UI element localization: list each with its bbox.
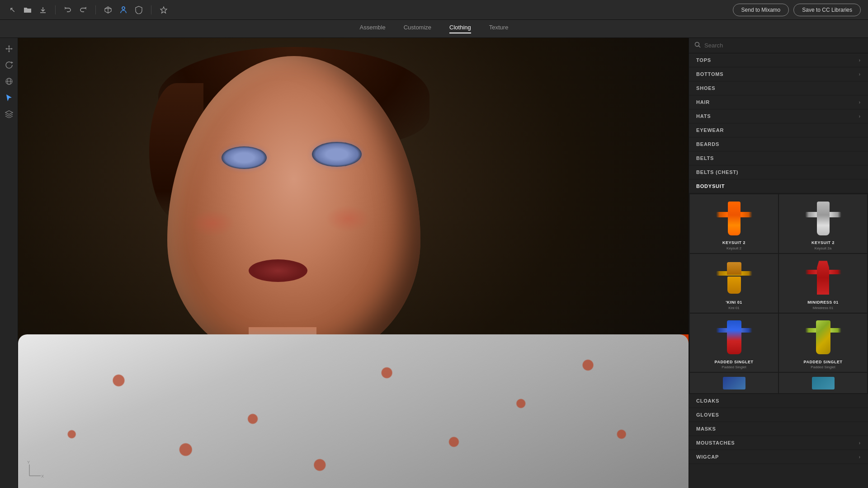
partial-card-right[interactable]: [779, 373, 867, 393]
category-wigcap[interactable]: WIGCAP ›: [689, 450, 868, 464]
category-cloaks-label: CLOAKS: [696, 398, 719, 404]
character-cheek-right: [326, 205, 371, 232]
category-hats-label: HATS: [696, 113, 711, 119]
category-gloves[interactable]: GLOVES: [689, 408, 868, 422]
person-outline-icon[interactable]: [118, 5, 128, 15]
transform-tool-icon[interactable]: [3, 42, 15, 55]
chevron-down-icon: ›: [859, 455, 861, 460]
keysuit2a-preview: [781, 198, 865, 239]
category-beards[interactable]: BEARDS: [689, 137, 868, 151]
svg-marker-10: [11, 48, 13, 50]
top-bar-right: Send to Mixamo Save to CC Libraries: [733, 4, 861, 16]
category-eyewear-label: EYEWEAR: [696, 127, 724, 133]
category-list: TOPS › BOTTOMS › SHOES HAIR › HATS ›: [689, 53, 868, 488]
singlet-gold-subname: Padded Singlet: [811, 365, 835, 369]
category-bodysuit-label: BODYSUIT: [696, 183, 725, 189]
category-shoes[interactable]: SHOES: [689, 81, 868, 95]
category-beards-label: BEARDS: [696, 141, 719, 147]
category-wigcap-label: WIGCAP: [696, 454, 719, 460]
character-cheek-left: [190, 210, 235, 237]
category-bottoms-label: BOTTOMS: [696, 71, 723, 77]
chevron-down-icon: ›: [859, 58, 861, 63]
chevron-down-icon: ›: [859, 100, 861, 105]
right-panel: TOPS › BOTTOMS › SHOES HAIR › HATS ›: [689, 38, 868, 488]
top-bar: ↖ Send to Mixamo Save to CC Librari: [0, 0, 868, 20]
undo-icon[interactable]: [63, 5, 73, 15]
tab-assemble[interactable]: Assemble: [360, 24, 386, 33]
layer-tool-icon[interactable]: [3, 108, 15, 120]
folder-icon[interactable]: [23, 5, 33, 15]
category-belts-label: BELTS: [696, 155, 714, 161]
clothing-card-singlet-gold[interactable]: PADDED SINGLET Padded Singlet: [779, 314, 867, 372]
kini-preview: [692, 258, 776, 298]
category-masks-label: MASKS: [696, 426, 716, 432]
category-eyewear[interactable]: EYEWEAR: [689, 123, 868, 137]
globe-tool-icon[interactable]: [3, 75, 15, 88]
category-moustaches-label: MOUSTACHES: [696, 440, 735, 446]
star-icon[interactable]: [159, 5, 169, 15]
svg-point-19: [695, 42, 699, 47]
search-input[interactable]: [704, 42, 863, 49]
save-to-cc-button[interactable]: Save to CC Libraries: [793, 4, 861, 16]
category-tops[interactable]: TOPS ›: [689, 53, 868, 67]
category-bottoms[interactable]: BOTTOMS ›: [689, 67, 868, 81]
minidress-name: Minidress 01: [807, 300, 839, 305]
toolbar-left: ↖: [7, 5, 169, 15]
clothing-card-minidress[interactable]: Minidress 01 Minidress 01: [779, 254, 867, 313]
category-hats[interactable]: HATS ›: [689, 109, 868, 123]
chevron-down-icon: ›: [859, 114, 861, 119]
svg-marker-8: [8, 51, 10, 52]
clothing-card-singlet-blue[interactable]: PADDED SINGLET Padded Singlet: [690, 314, 778, 372]
singlet-blue-subname: Padded Singlet: [722, 365, 746, 369]
kini-name: 'KINI 01: [726, 300, 742, 305]
kini-subname: Kini 01: [728, 306, 739, 310]
minidress-subname: Minidress 01: [813, 306, 833, 310]
search-icon: [694, 42, 701, 49]
corner-nav: X Y: [25, 458, 47, 481]
keysuit2a-subname: Keysuit 2a: [815, 246, 831, 250]
keysuit2a-name: KEYSUIT 2: [811, 240, 835, 245]
shield-icon[interactable]: [134, 5, 144, 15]
category-belts-chest[interactable]: BELTS (CHEST): [689, 165, 868, 179]
category-gloves-label: GLOVES: [696, 412, 719, 418]
cube-icon[interactable]: [103, 5, 113, 15]
partial-grid: [689, 373, 868, 394]
clothing-card-keysuit2a[interactable]: KEYSUIT 2 Keysuit 2a: [779, 194, 867, 253]
bodysuit-grid: KEYSUIT 2 Keysuit 2 KEYSUIT 2 Keysuit 2a: [689, 193, 868, 373]
tab-texture[interactable]: Texture: [489, 24, 509, 33]
category-belts[interactable]: BELTS: [689, 151, 868, 165]
viewport[interactable]: X Y: [18, 38, 689, 488]
download-icon[interactable]: [38, 5, 48, 15]
divider-2: [95, 5, 96, 14]
send-to-mixamo-button[interactable]: Send to Mixamo: [733, 4, 789, 16]
svg-text:Y: Y: [27, 460, 30, 465]
keysuit2-name: KEYSUIT 2: [722, 240, 745, 245]
svg-line-20: [699, 46, 701, 48]
viewport-canvas: X Y: [18, 38, 689, 488]
character-eye-right: [312, 142, 362, 167]
clothing-card-keysuit2[interactable]: KEYSUIT 2 Keysuit 2: [690, 194, 778, 253]
keysuit2-preview: [692, 198, 776, 239]
chevron-down-icon: ›: [859, 72, 861, 77]
singlet-blue-preview: [692, 317, 776, 358]
category-moustaches[interactable]: MOUSTACHES ›: [689, 436, 868, 450]
svg-marker-9: [5, 48, 7, 50]
category-cloaks[interactable]: CLOAKS: [689, 394, 868, 408]
category-masks[interactable]: MASKS: [689, 422, 868, 436]
rotate-tool-icon[interactable]: [3, 59, 15, 71]
clothing-card-kini[interactable]: 'KINI 01 Kini 01: [690, 254, 778, 313]
partial-card-left[interactable]: [690, 373, 778, 393]
category-bodysuit[interactable]: BODYSUIT: [689, 179, 868, 193]
category-tops-label: TOPS: [696, 57, 711, 63]
select-tool-icon[interactable]: [3, 91, 15, 104]
redo-icon[interactable]: [78, 5, 88, 15]
cursor-icon[interactable]: ↖: [7, 5, 17, 15]
svg-text:X: X: [41, 474, 44, 479]
character-eye-left: [222, 146, 267, 169]
divider-3: [151, 5, 151, 14]
chevron-down-icon: ›: [859, 441, 861, 446]
tab-clothing[interactable]: Clothing: [449, 24, 471, 33]
category-hair[interactable]: HAIR ›: [689, 95, 868, 109]
tab-customize[interactable]: Customize: [404, 24, 431, 33]
category-shoes-label: SHOES: [696, 85, 716, 91]
